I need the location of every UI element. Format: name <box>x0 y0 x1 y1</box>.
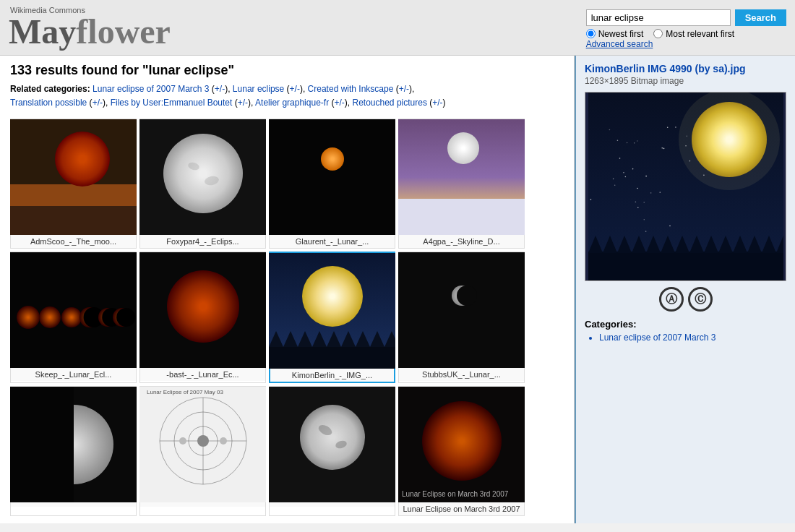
related-link-2[interactable]: Created with Inkscape <box>308 84 394 94</box>
thumb-canvas-10 <box>269 387 395 502</box>
preview-title[interactable]: KimonBerlin IMG 4990 (by sa).jpg <box>585 63 786 74</box>
logo-mayflower: Mayflower <box>9 14 171 49</box>
preview-canvas <box>588 93 783 280</box>
most-relevant-label: Most relevant first <box>666 29 734 39</box>
search-row: Search <box>586 9 786 26</box>
categories-list: Lunar eclipse of 2007 March 3 <box>585 332 786 343</box>
related-link-4-plus[interactable]: +/- <box>238 98 248 108</box>
thumb-canvas-5 <box>139 252 266 368</box>
related-link-5[interactable]: Atelier graphique-fr <box>255 98 329 108</box>
thumb-canvas-11 <box>398 387 525 502</box>
image-cell-4[interactable]: Skeep_-_Lunar_Ecl... <box>10 252 137 383</box>
categories-section: Categories: Lunar eclipse of 2007 March … <box>585 319 786 343</box>
image-thumb-8 <box>10 387 137 502</box>
most-relevant-option[interactable]: Most relevant first <box>653 29 734 39</box>
image-label-5: -bast-_-_Lunar_Ec... <box>140 368 265 381</box>
related-categories: Related categories: Lunar eclipse of 200… <box>10 82 564 110</box>
image-cell-10[interactable] <box>269 386 395 516</box>
image-thumb-0 <box>10 119 137 235</box>
thumb-canvas-0 <box>10 119 137 235</box>
related-link-6[interactable]: Retouched pictures <box>353 98 427 108</box>
preview-dimensions: 1263×1895 Bitmap image <box>585 76 786 86</box>
image-label-9 <box>140 502 265 507</box>
related-link-3[interactable]: Translation possible <box>10 98 87 108</box>
left-content: 133 results found for "lunar eclipse" Re… <box>0 56 575 523</box>
related-link-1[interactable]: Lunar eclipse <box>233 84 284 94</box>
related-link-0-plus[interactable]: +/- <box>215 84 225 94</box>
image-cell-2[interactable]: Glaurent_-_Lunar_... <box>269 119 395 249</box>
newest-first-label: Newest first <box>598 29 644 39</box>
image-thumb-10 <box>269 387 395 502</box>
related-link-3-plus[interactable]: +/- <box>93 98 103 108</box>
image-cell-5[interactable]: -bast-_-_Lunar_Ec... <box>139 252 266 383</box>
image-cell-0[interactable]: AdmScoo_-_The_moo... <box>10 119 137 249</box>
main-container: 133 results found for "lunar eclipse" Re… <box>0 56 795 523</box>
image-thumb-3 <box>398 119 525 235</box>
image-cell-3[interactable]: A4gpa_-_Skyline_D... <box>398 119 525 249</box>
image-label-3: A4gpa_-_Skyline_D... <box>399 235 524 248</box>
related-link-2-plus[interactable]: +/- <box>399 84 409 94</box>
logo-area: Wikimedia Commons Mayflower <box>9 6 171 49</box>
header: Wikimedia Commons Mayflower Search Newes… <box>0 0 795 56</box>
image-label-2: Glaurent_-_Lunar_... <box>270 235 395 248</box>
category-item-0[interactable]: Lunar eclipse of 2007 March 3 <box>599 332 786 343</box>
image-thumb-2 <box>269 119 395 235</box>
right-panel: KimonBerlin IMG 4990 (by sa).jpg 1263×18… <box>575 56 795 523</box>
thumb-canvas-9 <box>139 387 266 502</box>
related-link-6-plus[interactable]: +/- <box>432 98 442 108</box>
image-label-11: Lunar Eclipse on March 3rd 2007 <box>399 502 524 515</box>
related-link-1-plus[interactable]: +/- <box>290 84 300 94</box>
thumb-canvas-2 <box>269 119 395 235</box>
cc-icon: Ⓐ <box>659 287 684 312</box>
image-label-0: AdmScoo_-_The_moo... <box>11 235 136 248</box>
related-label: Related categories: <box>10 84 90 94</box>
thumb-canvas-1 <box>139 119 266 235</box>
image-label-6: KimonBerlin_-_IMG_... <box>270 369 394 382</box>
image-cell-9[interactable] <box>139 386 266 516</box>
related-link-5-plus[interactable]: +/- <box>334 98 344 108</box>
thumb-canvas-7 <box>398 252 525 368</box>
image-cell-7[interactable]: StubbsUK_-_Lunar_... <box>398 252 525 383</box>
image-label-10 <box>270 502 395 507</box>
image-thumb-7 <box>398 252 525 368</box>
thumb-canvas-8 <box>10 387 137 502</box>
thumb-canvas-6 <box>269 253 395 369</box>
image-thumb-4 <box>10 252 137 368</box>
image-thumb-9 <box>139 387 266 502</box>
thumb-canvas-4 <box>10 252 137 368</box>
image-label-7: StubbsUK_-_Lunar_... <box>399 368 524 381</box>
image-thumb-1 <box>139 119 266 235</box>
license-icons: Ⓐ Ⓒ <box>585 287 786 312</box>
preview-image-container[interactable] <box>585 92 786 281</box>
newest-first-option[interactable]: Newest first <box>586 29 644 39</box>
search-button[interactable]: Search <box>735 9 786 26</box>
image-label-8 <box>11 502 136 507</box>
newest-first-radio[interactable] <box>586 29 596 38</box>
image-thumb-6 <box>269 253 395 369</box>
image-cell-6[interactable]: KimonBerlin_-_IMG_... <box>269 252 395 383</box>
advanced-search-link[interactable]: Advanced search <box>586 39 653 49</box>
related-link-0[interactable]: Lunar eclipse of 2007 March 3 <box>93 84 209 94</box>
image-cell-8[interactable] <box>10 386 137 516</box>
categories-title: Categories: <box>585 319 786 330</box>
sa-icon: Ⓒ <box>688 287 713 312</box>
image-cell-11[interactable]: Lunar Eclipse on March 3rd 2007 <box>398 386 525 516</box>
related-link-4[interactable]: Files by User:Emmanuel Boutet <box>111 98 233 108</box>
image-cell-1[interactable]: Foxypar4_-_Eclips... <box>139 119 266 249</box>
image-label-4: Skeep_-_Lunar_Ecl... <box>11 368 136 381</box>
image-label-1: Foxypar4_-_Eclips... <box>140 235 265 248</box>
thumb-canvas-3 <box>398 119 525 235</box>
search-input[interactable] <box>586 9 731 26</box>
results-title: 133 results found for "lunar eclipse" <box>10 63 564 78</box>
logo-flower: flower <box>76 12 171 51</box>
image-grid: AdmScoo_-_The_moo...Foxypar4_-_Eclips...… <box>10 119 564 516</box>
search-options: Newest first Most relevant first <box>586 29 734 39</box>
logo-may: May <box>9 12 76 51</box>
search-area: Search Newest first Most relevant first … <box>586 9 786 49</box>
image-thumb-5 <box>139 252 266 368</box>
most-relevant-radio[interactable] <box>653 29 663 38</box>
image-thumb-11 <box>398 387 525 502</box>
